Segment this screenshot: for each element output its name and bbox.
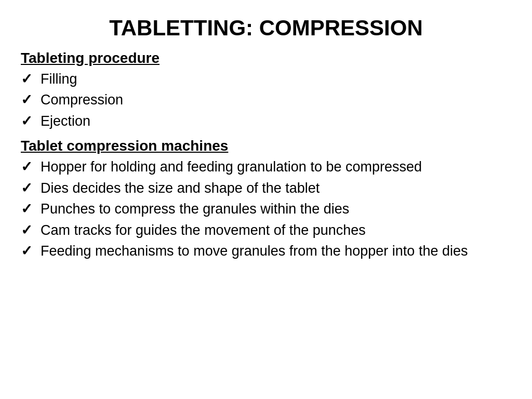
checkmark-icon: ✓ [21, 200, 39, 218]
slide: TABLETTING: COMPRESSION Tableting proced… [0, 0, 532, 399]
list-item: ✓ Filling [21, 70, 511, 88]
section1-heading: Tableting procedure [21, 50, 511, 66]
item-text: Filling [41, 70, 511, 88]
checkmark-icon: ✓ [21, 70, 39, 88]
checkmark-icon: ✓ [21, 221, 39, 240]
item-text: Hopper for holding and feeding granulati… [41, 157, 511, 176]
section2-list: ✓ Hopper for holding and feeding granula… [21, 157, 511, 260]
checkmark-icon: ✓ [21, 179, 39, 197]
list-item: ✓ Hopper for holding and feeding granula… [21, 157, 511, 176]
section1-list: ✓ Filling ✓ Compression ✓ Ejection [21, 70, 511, 130]
item-text: Compression [41, 90, 511, 109]
list-item: ✓ Feeding mechanisms to move granules fr… [21, 242, 511, 260]
slide-title: TABLETTING: COMPRESSION [21, 16, 511, 41]
item-text: Punches to compress the granules within … [41, 200, 511, 218]
item-text: Feeding mechanisms to move granules from… [41, 242, 511, 260]
checkmark-icon: ✓ [21, 90, 39, 109]
section2: Tablet compression machines ✓ Hopper for… [21, 138, 511, 265]
section1: Tableting procedure ✓ Filling ✓ Compress… [21, 50, 511, 136]
item-text: Ejection [41, 112, 511, 130]
item-text: Dies decides the size and shape of the t… [41, 179, 511, 197]
checkmark-icon: ✓ [21, 242, 39, 260]
list-item: ✓ Dies decides the size and shape of the… [21, 179, 511, 197]
list-item: ✓ Cam tracks for guides the movement of … [21, 221, 511, 240]
list-item: ✓ Ejection [21, 112, 511, 130]
list-item: ✓ Punches to compress the granules withi… [21, 200, 511, 218]
checkmark-icon: ✓ [21, 157, 39, 176]
item-text: Cam tracks for guides the movement of th… [41, 221, 511, 240]
section2-heading: Tablet compression machines [21, 138, 511, 154]
checkmark-icon: ✓ [21, 112, 39, 130]
list-item: ✓ Compression [21, 90, 511, 109]
